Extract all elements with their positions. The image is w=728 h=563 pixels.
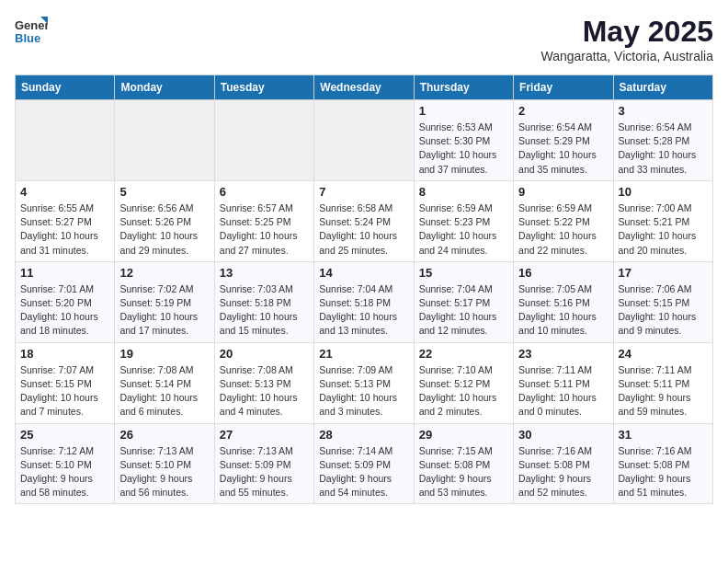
calendar-cell: 24Sunrise: 7:11 AM Sunset: 5:11 PM Dayli… (613, 342, 712, 423)
day-number: 1 (419, 104, 508, 118)
calendar-week-row: 25Sunrise: 7:12 AM Sunset: 5:10 PM Dayli… (16, 423, 713, 504)
day-info: Sunrise: 6:55 AM Sunset: 5:27 PM Dayligh… (20, 201, 109, 258)
day-info: Sunrise: 7:02 AM Sunset: 5:19 PM Dayligh… (119, 282, 209, 339)
calendar-cell: 12Sunrise: 7:02 AM Sunset: 5:19 PM Dayli… (115, 261, 214, 342)
calendar-cell: 14Sunrise: 7:04 AM Sunset: 5:18 PM Dayli… (314, 261, 414, 342)
day-number: 20 (220, 347, 309, 361)
weekday-header: Thursday (414, 75, 513, 100)
day-number: 8 (419, 185, 508, 199)
calendar-cell: 5Sunrise: 6:56 AM Sunset: 5:26 PM Daylig… (115, 180, 214, 261)
day-number: 21 (319, 347, 408, 361)
svg-text:General: General (15, 18, 48, 32)
calendar-week-row: 18Sunrise: 7:07 AM Sunset: 5:15 PM Dayli… (16, 342, 713, 423)
calendar-week-row: 4Sunrise: 6:55 AM Sunset: 5:27 PM Daylig… (16, 180, 713, 261)
calendar-cell: 9Sunrise: 6:59 AM Sunset: 5:22 PM Daylig… (514, 180, 613, 261)
day-info: Sunrise: 7:13 AM Sunset: 5:09 PM Dayligh… (220, 444, 309, 500)
day-info: Sunrise: 6:59 AM Sunset: 5:22 PM Dayligh… (518, 201, 608, 258)
day-info: Sunrise: 7:07 AM Sunset: 5:15 PM Dayligh… (20, 363, 109, 419)
page-header: General Blue May 2025 Wangaratta, Victor… (15, 15, 713, 63)
calendar-cell: 19Sunrise: 7:08 AM Sunset: 5:14 PM Dayli… (115, 342, 214, 423)
day-number: 14 (319, 266, 408, 280)
calendar-cell: 7Sunrise: 6:58 AM Sunset: 5:24 PM Daylig… (314, 180, 414, 261)
day-info: Sunrise: 7:12 AM Sunset: 5:10 PM Dayligh… (20, 444, 109, 500)
day-info: Sunrise: 7:01 AM Sunset: 5:20 PM Dayligh… (20, 282, 109, 339)
calendar-cell (115, 100, 214, 181)
calendar-cell (214, 100, 313, 181)
logo-svg: General Blue (15, 15, 48, 48)
calendar-cell: 22Sunrise: 7:10 AM Sunset: 5:12 PM Dayli… (414, 342, 513, 423)
weekday-header: Saturday (613, 75, 712, 100)
calendar-cell: 11Sunrise: 7:01 AM Sunset: 5:20 PM Dayli… (16, 261, 115, 342)
day-number: 15 (419, 266, 508, 280)
day-number: 25 (20, 428, 109, 442)
day-info: Sunrise: 6:59 AM Sunset: 5:23 PM Dayligh… (419, 201, 508, 258)
day-info: Sunrise: 7:03 AM Sunset: 5:18 PM Dayligh… (220, 282, 309, 339)
logo: General Blue (15, 15, 48, 48)
day-info: Sunrise: 6:57 AM Sunset: 5:25 PM Dayligh… (220, 201, 309, 258)
weekday-header: Monday (115, 75, 214, 100)
day-number: 28 (319, 428, 408, 442)
day-number: 27 (220, 428, 309, 442)
day-info: Sunrise: 7:10 AM Sunset: 5:12 PM Dayligh… (419, 363, 508, 419)
title-area: May 2025 Wangaratta, Victoria, Australia (540, 15, 713, 63)
day-number: 7 (319, 185, 408, 199)
day-number: 4 (20, 185, 109, 199)
calendar-cell: 21Sunrise: 7:09 AM Sunset: 5:13 PM Dayli… (314, 342, 414, 423)
day-info: Sunrise: 6:53 AM Sunset: 5:30 PM Dayligh… (419, 121, 508, 177)
subtitle: Wangaratta, Victoria, Australia (540, 49, 713, 63)
day-number: 9 (518, 185, 608, 199)
calendar-cell: 28Sunrise: 7:14 AM Sunset: 5:09 PM Dayli… (314, 423, 414, 504)
day-number: 18 (20, 347, 109, 361)
svg-text:Blue: Blue (15, 31, 40, 45)
day-number: 10 (619, 185, 708, 199)
weekday-header: Tuesday (214, 75, 313, 100)
calendar-cell: 3Sunrise: 6:54 AM Sunset: 5:28 PM Daylig… (613, 100, 712, 181)
day-info: Sunrise: 7:04 AM Sunset: 5:17 PM Dayligh… (419, 282, 508, 339)
day-number: 11 (20, 266, 109, 280)
day-info: Sunrise: 6:54 AM Sunset: 5:28 PM Dayligh… (619, 121, 708, 177)
calendar-cell: 26Sunrise: 7:13 AM Sunset: 5:10 PM Dayli… (115, 423, 214, 504)
calendar-cell: 30Sunrise: 7:16 AM Sunset: 5:08 PM Dayli… (514, 423, 613, 504)
calendar-cell: 13Sunrise: 7:03 AM Sunset: 5:18 PM Dayli… (214, 261, 313, 342)
day-info: Sunrise: 7:04 AM Sunset: 5:18 PM Dayligh… (319, 282, 408, 339)
day-info: Sunrise: 6:56 AM Sunset: 5:26 PM Dayligh… (119, 201, 209, 258)
calendar-cell: 31Sunrise: 7:16 AM Sunset: 5:08 PM Dayli… (613, 423, 712, 504)
calendar-week-row: 1Sunrise: 6:53 AM Sunset: 5:30 PM Daylig… (16, 100, 713, 181)
calendar-cell: 29Sunrise: 7:15 AM Sunset: 5:08 PM Dayli… (414, 423, 513, 504)
day-number: 12 (119, 266, 209, 280)
calendar-cell: 1Sunrise: 6:53 AM Sunset: 5:30 PM Daylig… (414, 100, 513, 181)
calendar-cell: 25Sunrise: 7:12 AM Sunset: 5:10 PM Dayli… (16, 423, 115, 504)
day-number: 31 (619, 428, 708, 442)
day-info: Sunrise: 7:06 AM Sunset: 5:15 PM Dayligh… (619, 282, 708, 339)
day-number: 13 (220, 266, 309, 280)
day-number: 2 (518, 104, 608, 118)
day-number: 19 (119, 347, 209, 361)
calendar-cell: 6Sunrise: 6:57 AM Sunset: 5:25 PM Daylig… (214, 180, 313, 261)
calendar-cell: 10Sunrise: 7:00 AM Sunset: 5:21 PM Dayli… (613, 180, 712, 261)
calendar-week-row: 11Sunrise: 7:01 AM Sunset: 5:20 PM Dayli… (16, 261, 713, 342)
day-info: Sunrise: 7:05 AM Sunset: 5:16 PM Dayligh… (518, 282, 608, 339)
day-info: Sunrise: 6:58 AM Sunset: 5:24 PM Dayligh… (319, 201, 408, 258)
day-number: 23 (518, 347, 608, 361)
day-info: Sunrise: 6:54 AM Sunset: 5:29 PM Dayligh… (518, 121, 608, 177)
calendar-cell: 4Sunrise: 6:55 AM Sunset: 5:27 PM Daylig… (16, 180, 115, 261)
weekday-header: Sunday (16, 75, 115, 100)
day-number: 3 (619, 104, 708, 118)
day-info: Sunrise: 7:08 AM Sunset: 5:14 PM Dayligh… (119, 363, 209, 419)
calendar-cell: 8Sunrise: 6:59 AM Sunset: 5:23 PM Daylig… (414, 180, 513, 261)
day-info: Sunrise: 7:11 AM Sunset: 5:11 PM Dayligh… (518, 363, 608, 419)
day-info: Sunrise: 7:08 AM Sunset: 5:13 PM Dayligh… (220, 363, 309, 419)
day-info: Sunrise: 7:11 AM Sunset: 5:11 PM Dayligh… (619, 363, 708, 419)
day-info: Sunrise: 7:14 AM Sunset: 5:09 PM Dayligh… (319, 444, 408, 500)
calendar-cell: 23Sunrise: 7:11 AM Sunset: 5:11 PM Dayli… (514, 342, 613, 423)
day-info: Sunrise: 7:13 AM Sunset: 5:10 PM Dayligh… (119, 444, 209, 500)
calendar-cell: 27Sunrise: 7:13 AM Sunset: 5:09 PM Dayli… (214, 423, 313, 504)
calendar-cell: 2Sunrise: 6:54 AM Sunset: 5:29 PM Daylig… (514, 100, 613, 181)
day-number: 26 (119, 428, 209, 442)
calendar-cell: 16Sunrise: 7:05 AM Sunset: 5:16 PM Dayli… (514, 261, 613, 342)
day-number: 24 (619, 347, 708, 361)
day-number: 17 (619, 266, 708, 280)
calendar-table: SundayMondayTuesdayWednesdayThursdayFrid… (15, 75, 713, 504)
weekday-header: Wednesday (314, 75, 414, 100)
day-info: Sunrise: 7:16 AM Sunset: 5:08 PM Dayligh… (518, 444, 608, 500)
